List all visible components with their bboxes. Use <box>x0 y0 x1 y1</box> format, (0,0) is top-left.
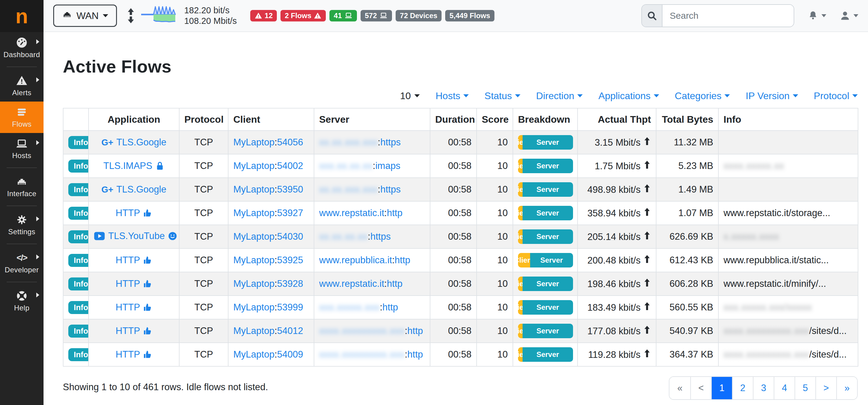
server-port-link[interactable]: http <box>407 325 423 336</box>
application-link[interactable]: TLS.Google <box>116 184 166 195</box>
server-port-link[interactable]: imaps <box>375 160 400 171</box>
sidebar-item-settings[interactable]: Settings <box>0 209 43 241</box>
server-port-link[interactable]: https <box>370 231 391 242</box>
server-port-link[interactable]: http <box>407 349 423 360</box>
client-port-link[interactable]: 54056 <box>277 137 303 148</box>
client-host-link[interactable]: MyLaptop <box>233 278 274 289</box>
search-input[interactable] <box>662 5 794 27</box>
application-link[interactable]: HTTP <box>116 325 140 336</box>
filter-dropdown-direction[interactable]: Direction <box>536 90 583 101</box>
application-link[interactable]: HTTP <box>116 255 140 266</box>
flow-info-button[interactable]: Info <box>68 136 89 149</box>
server-host-link[interactable]: www.repubblica.it <box>319 255 392 266</box>
page-button-prev[interactable]: < <box>690 377 711 399</box>
client-host-link[interactable]: MyLaptop <box>233 325 274 336</box>
redacted-info-text: xxxx.xxxxxxxxx.xxx <box>723 349 809 360</box>
application-link[interactable]: TLS.IMAPS <box>103 160 152 172</box>
flow-info-button[interactable]: Info <box>68 183 89 196</box>
application-link[interactable]: HTTP <box>116 208 140 219</box>
interface-selector-button[interactable]: WAN <box>53 4 117 27</box>
flow-info-button[interactable]: Info <box>68 348 89 361</box>
page-button-2[interactable]: 2 <box>732 377 753 399</box>
status-badge[interactable]: 5,449 Flows <box>445 10 494 22</box>
server-port-link[interactable]: https <box>380 184 400 195</box>
filter-dropdown-categories[interactable]: Categories <box>675 90 730 101</box>
column-header-info: Info <box>718 108 858 131</box>
page-button-first[interactable]: « <box>670 377 690 399</box>
client-host-link[interactable]: MyLaptop <box>233 208 274 218</box>
client-port-link[interactable]: 53927 <box>277 208 303 218</box>
filter-dropdown-hosts[interactable]: Hosts <box>435 90 469 101</box>
filter-dropdown-ip-version[interactable]: IP Version <box>746 90 798 101</box>
application-link[interactable]: TLS.YouTube <box>108 230 165 242</box>
client-host-link[interactable]: MyLaptop <box>233 302 274 313</box>
protocol-cell: TCP <box>179 295 228 319</box>
flow-info-button[interactable]: Info <box>68 254 89 267</box>
ntopng-logo[interactable]: n <box>0 0 43 32</box>
client-host-link[interactable]: MyLaptop <box>233 137 274 148</box>
client-port-link[interactable]: 53925 <box>277 255 303 266</box>
filter-dropdown-applications[interactable]: Applications <box>598 90 659 101</box>
application-link[interactable]: HTTP <box>116 349 140 360</box>
server-port-link[interactable]: http <box>395 255 410 266</box>
sidebar-item-interface[interactable]: Interface <box>0 171 43 202</box>
client-host-link[interactable]: MyLaptop <box>233 184 274 195</box>
filter-dropdown-status[interactable]: Status <box>485 90 521 101</box>
application-link[interactable]: TLS.Google <box>116 137 166 148</box>
server-host-link[interactable]: www.repstatic.it <box>319 278 384 289</box>
column-header-server: Server <box>314 108 430 131</box>
sidebar-item-dashboard[interactable]: Dashboard <box>0 32 43 63</box>
application-link[interactable]: HTTP <box>116 302 140 313</box>
client-port-link[interactable]: 53928 <box>277 278 303 289</box>
application-link[interactable]: HTTP <box>116 278 140 289</box>
flow-info-button[interactable]: Info <box>68 160 89 173</box>
user-menu[interactable] <box>840 10 858 22</box>
filter-dropdown-protocol[interactable]: Protocol <box>814 90 858 101</box>
server-port-link[interactable]: http <box>387 278 403 289</box>
thumbs-up-icon <box>143 256 152 265</box>
status-badge[interactable]: 2 Flows <box>280 10 326 22</box>
page-button-1[interactable]: 1 <box>711 377 732 399</box>
breakdown-server-segment: Server <box>530 253 573 268</box>
sidebar-item-alerts[interactable]: Alerts <box>0 70 43 101</box>
sidebar-item-label: Settings <box>8 227 35 236</box>
flow-info-button[interactable]: Info <box>68 324 89 338</box>
flow-info-button[interactable]: Info <box>68 230 89 243</box>
server-port-link[interactable]: http <box>382 302 398 313</box>
server-port-link[interactable]: https <box>380 137 400 148</box>
client-host-link[interactable]: MyLaptop <box>233 255 274 266</box>
notifications-menu[interactable] <box>808 10 826 22</box>
server-port-link[interactable]: http <box>387 208 403 218</box>
client-port-link[interactable]: 54009 <box>277 349 303 360</box>
client-host-link[interactable]: MyLaptop <box>233 349 274 360</box>
status-badge[interactable]: 12 <box>250 10 277 22</box>
client-port-link[interactable]: 53999 <box>277 302 303 313</box>
flow-info-button[interactable]: Info <box>68 301 89 314</box>
sidebar-item-developer[interactable]: </>Developer <box>0 247 43 279</box>
client-port-link[interactable]: 54002 <box>277 160 303 171</box>
page-button-4[interactable]: 4 <box>774 377 795 399</box>
page-button-3[interactable]: 3 <box>753 377 774 399</box>
chevron-down-icon <box>577 94 583 97</box>
status-badge[interactable]: 72 Devices <box>396 10 441 22</box>
status-badge[interactable]: 572 <box>361 10 392 22</box>
client-port-link[interactable]: 54012 <box>277 325 303 336</box>
breakdown-client-segment: Client <box>518 229 523 244</box>
page-button-next[interactable]: > <box>815 377 836 399</box>
sidebar-item-help[interactable]: Help <box>0 285 43 317</box>
page-size-dropdown[interactable]: 10 <box>400 90 420 101</box>
flow-info-button[interactable]: Info <box>68 207 89 220</box>
client-port-link[interactable]: 54030 <box>277 231 303 242</box>
sidebar-item-flows[interactable]: Flows <box>0 101 43 133</box>
breakdown-bar: ClientServer <box>518 347 573 362</box>
server-host-link[interactable]: www.repstatic.it <box>319 208 384 218</box>
server-cell: xx.xx.xxx.xxx:https <box>314 131 430 154</box>
page-button-5[interactable]: 5 <box>795 377 815 399</box>
client-port-link[interactable]: 53950 <box>277 184 303 195</box>
client-host-link[interactable]: MyLaptop <box>233 160 274 171</box>
flow-info-button[interactable]: Info <box>68 277 89 290</box>
client-host-link[interactable]: MyLaptop <box>233 231 274 242</box>
page-button-last[interactable]: » <box>836 377 857 399</box>
sidebar-item-hosts[interactable]: Hosts <box>0 133 43 164</box>
status-badge[interactable]: 41 <box>330 10 357 22</box>
